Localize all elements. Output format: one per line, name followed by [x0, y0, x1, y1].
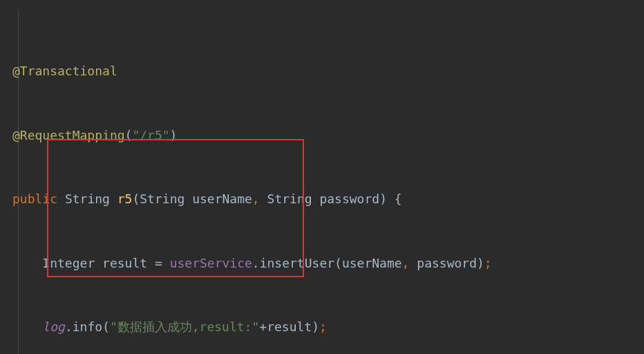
type: String — [140, 193, 184, 205]
comma: , — [402, 257, 410, 270]
comma: , — [252, 193, 260, 205]
param: userName — [192, 193, 252, 205]
code-editor[interactable]: @Transactional @RequestMapping("/r5") pu… — [0, 0, 644, 354]
paren-open: ( — [125, 129, 133, 142]
code-line: log.info("数据插入成功,result:"+result); — [0, 314, 644, 341]
paren-open: ( — [334, 257, 342, 270]
paren-close: ) — [312, 321, 319, 333]
field-log: log — [42, 321, 65, 333]
type: Integer — [42, 257, 95, 270]
var: result — [267, 321, 312, 333]
annotation: @Transactional — [12, 65, 117, 77]
var: result — [102, 257, 147, 270]
code-line: @Transactional — [0, 58, 644, 85]
param: password — [319, 193, 379, 205]
semicolon: ; — [484, 257, 492, 270]
method-call: info — [73, 321, 102, 333]
paren-close: ) — [170, 129, 178, 142]
code-line: @RequestMapping("/r5") — [0, 122, 644, 149]
dot: . — [65, 321, 73, 333]
type: String — [65, 193, 110, 205]
method-call: insertUser — [260, 257, 334, 270]
field: userService — [170, 257, 252, 270]
semicolon: ; — [319, 321, 327, 333]
paren-open: ( — [132, 193, 140, 205]
sig-close: ) { — [379, 193, 402, 205]
code-line: Integer result = userService.insertUser(… — [0, 250, 644, 277]
paren-close: ) — [477, 257, 484, 270]
type: String — [267, 193, 312, 205]
annotation: @RequestMapping — [12, 129, 125, 142]
string-literal: "数据插入成功,result:" — [110, 321, 259, 333]
arg: userName — [342, 257, 402, 270]
method-name: r5 — [117, 193, 133, 205]
plus: + — [259, 321, 267, 333]
keyword-public: public — [12, 193, 57, 205]
paren-open: ( — [102, 321, 110, 333]
code-line: public String r5(String userName, String… — [0, 186, 644, 213]
arg: password — [417, 257, 477, 270]
string-literal: "/r5" — [132, 129, 169, 142]
eq: = — [155, 257, 162, 270]
dot: . — [252, 257, 260, 270]
